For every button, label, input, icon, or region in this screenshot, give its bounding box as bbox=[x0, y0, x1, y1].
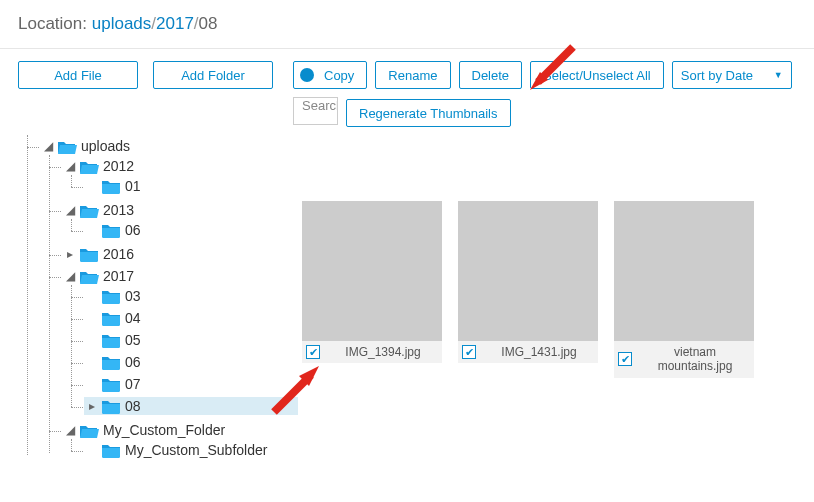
file-name: IMG_1394.jpg bbox=[328, 345, 438, 359]
folder-icon bbox=[101, 333, 121, 348]
file-grid: ✔IMG_1394.jpg ✔IMG_1431.jpg ✔vietnam mou… bbox=[298, 131, 814, 465]
triangle-down-icon: ◢ bbox=[43, 139, 53, 153]
location-crumb-uploads[interactable]: uploads bbox=[92, 14, 152, 33]
folder-tree: ◢uploads ◢2012 01 ◢2013 06 ▸2016 ◢2017 bbox=[18, 131, 298, 465]
triangle-down-icon: ◢ bbox=[65, 423, 75, 437]
folder-open-icon bbox=[79, 203, 99, 218]
triangle-down-icon: ◢ bbox=[65, 269, 75, 283]
folder-icon bbox=[101, 443, 121, 458]
tree-node-07[interactable]: 07 bbox=[84, 375, 298, 393]
tree-node-2012[interactable]: ◢2012 bbox=[62, 157, 298, 175]
tree-node-2016[interactable]: ▸2016 bbox=[62, 245, 298, 263]
thumbnail-image bbox=[458, 201, 598, 341]
select-all-button[interactable]: Select/Unselect All bbox=[530, 61, 664, 89]
file-item[interactable]: ✔IMG_1431.jpg bbox=[458, 201, 598, 378]
tree-node-01[interactable]: 01 bbox=[84, 177, 298, 195]
location-label: Location: bbox=[18, 14, 87, 33]
tree-node-06[interactable]: 06 bbox=[84, 221, 298, 239]
folder-icon bbox=[101, 377, 121, 392]
tree-node-05[interactable]: 05 bbox=[84, 331, 298, 349]
folder-icon bbox=[101, 311, 121, 326]
thumbnail-image bbox=[302, 201, 442, 341]
tree-node-08[interactable]: ▸08 bbox=[84, 397, 298, 415]
regenerate-thumbnails-button[interactable]: Regenerate Thumbnails bbox=[346, 99, 511, 127]
tree-node-04[interactable]: 04 bbox=[84, 309, 298, 327]
folder-icon bbox=[101, 399, 121, 414]
triangle-down-icon: ◢ bbox=[65, 159, 75, 173]
tree-node-uploads[interactable]: ◢uploads bbox=[40, 137, 298, 155]
search-input[interactable]: Search bbox=[293, 97, 338, 125]
tree-node-2017[interactable]: ◢2017 bbox=[62, 267, 298, 285]
tree-node-06b[interactable]: 06 bbox=[84, 353, 298, 371]
tree-node-custom-sub[interactable]: My_Custom_Subfolder bbox=[84, 441, 298, 459]
location-bar: Location: uploads/2017/08 bbox=[0, 0, 814, 49]
checkbox-checked-icon[interactable]: ✔ bbox=[618, 352, 632, 366]
folder-icon bbox=[101, 355, 121, 370]
file-name: vietnam mountains.jpg bbox=[640, 345, 750, 374]
tree-node-custom[interactable]: ◢My_Custom_Folder bbox=[62, 421, 298, 439]
triangle-right-icon: ▸ bbox=[87, 399, 97, 413]
location-crumb-2017[interactable]: 2017 bbox=[156, 14, 194, 33]
folder-open-icon bbox=[79, 423, 99, 438]
tree-node-2013[interactable]: ◢2013 bbox=[62, 201, 298, 219]
file-item[interactable]: ✔IMG_1394.jpg bbox=[302, 201, 442, 378]
file-name: IMG_1431.jpg bbox=[484, 345, 594, 359]
rename-button[interactable]: Rename bbox=[375, 61, 450, 89]
folder-open-icon bbox=[79, 159, 99, 174]
record-icon bbox=[300, 68, 314, 82]
folder-open-icon bbox=[79, 269, 99, 284]
sort-dropdown[interactable]: Sort by Date bbox=[672, 61, 792, 89]
toolbar: Add File Add Folder Copy Rename Delete S… bbox=[0, 49, 814, 127]
location-crumb-08: 08 bbox=[199, 14, 218, 33]
triangle-right-icon: ▸ bbox=[65, 247, 75, 261]
tree-node-03[interactable]: 03 bbox=[84, 287, 298, 305]
copy-button[interactable]: Copy bbox=[293, 61, 367, 89]
folder-icon bbox=[101, 289, 121, 304]
triangle-down-icon: ◢ bbox=[65, 203, 75, 217]
file-item[interactable]: ✔vietnam mountains.jpg bbox=[614, 201, 754, 378]
thumbnail-image bbox=[614, 201, 754, 341]
folder-icon bbox=[79, 247, 99, 262]
checkbox-checked-icon[interactable]: ✔ bbox=[306, 345, 320, 359]
folder-icon bbox=[101, 179, 121, 194]
folder-icon bbox=[101, 223, 121, 238]
checkbox-checked-icon[interactable]: ✔ bbox=[462, 345, 476, 359]
delete-button[interactable]: Delete bbox=[459, 61, 523, 89]
folder-open-icon bbox=[57, 139, 77, 154]
add-file-button[interactable]: Add File bbox=[18, 61, 138, 89]
add-folder-button[interactable]: Add Folder bbox=[153, 61, 273, 89]
